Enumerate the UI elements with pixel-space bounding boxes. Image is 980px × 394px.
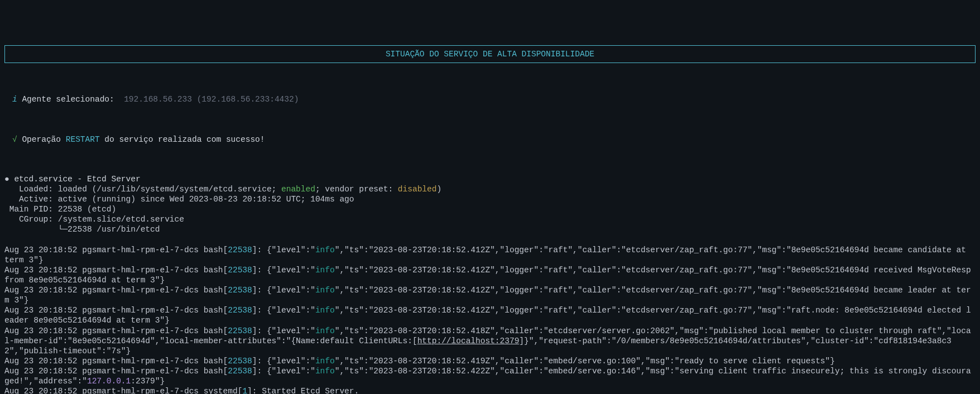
pid-value: 22538 (etcd) xyxy=(58,205,116,214)
log-level: info xyxy=(315,246,335,254)
log-pid: 1 xyxy=(242,387,247,394)
log-addr: 127.0.0.1 xyxy=(87,377,131,386)
log-level: info xyxy=(315,357,335,366)
log-prefix: Aug 23 20:18:52 pgsmart-hml-rpm-el-7-dcs… xyxy=(4,306,228,315)
log-prefix: Aug 23 20:18:52 pgsmart-hml-rpm-el-7-dcs… xyxy=(4,266,228,275)
active-value: active (running) since Wed 2023-08-23 20… xyxy=(58,195,354,204)
log-mid: ]: {"level":" xyxy=(252,326,315,335)
agent-label: Agente selecionado: xyxy=(22,95,114,104)
log-mid: ]: {"level":" xyxy=(252,286,315,295)
agent-value: 192.168.56.233 (192.168.56.233:4432) xyxy=(124,95,299,104)
log-prefix: Aug 23 20:18:52 pgsmart-hml-rpm-el-7-dcs… xyxy=(4,387,242,394)
log-level: info xyxy=(315,286,335,295)
agent-line: i Agente selecionado: 192.168.56.233 (19… xyxy=(12,93,976,105)
log-plain: Started Etcd Server. xyxy=(262,387,359,394)
bullet-icon: ● xyxy=(4,175,9,184)
log-prefix: Aug 23 20:18:52 pgsmart-hml-rpm-el-7-dcs… xyxy=(4,286,228,295)
log-mid: ]: {"level":" xyxy=(252,266,315,275)
log-mid: ]: {"level":" xyxy=(252,246,315,254)
loaded-label: Loaded: xyxy=(4,185,58,194)
log-pid: 22538 xyxy=(228,306,252,315)
loaded-end: ) xyxy=(436,185,441,194)
cgroup-tree: └─22538 /usr/bin/etcd xyxy=(4,225,160,234)
log-level: info xyxy=(315,266,335,275)
log-level: info xyxy=(315,326,335,335)
log-pid: 22538 xyxy=(228,357,252,366)
disabled-text: disabled xyxy=(398,185,437,194)
cgroup-value: /system.slice/etcd.service xyxy=(58,215,184,224)
active-label: Active: xyxy=(4,195,58,204)
op-prefix: Operação xyxy=(22,135,65,144)
title-banner: SITUAÇÃO DO SERVIÇO DE ALTA DISPONIBILID… xyxy=(4,45,976,63)
log-rest: ","ts":"2023-08-23T20:18:52.419Z","calle… xyxy=(335,357,835,366)
cgroup-label: CGroup: xyxy=(4,215,58,224)
log-mid: ]: {"level":" xyxy=(252,306,315,315)
loaded-value: loaded (/usr/lib/systemd/system/etcd.ser… xyxy=(58,185,281,194)
log-prefix: Aug 23 20:18:52 pgsmart-hml-rpm-el-7-dcs… xyxy=(4,357,228,366)
log-level: info xyxy=(315,306,335,315)
pid-label: Main PID: xyxy=(4,205,58,214)
title-text: SITUAÇÃO DO SERVIÇO DE ALTA DISPONIBILID… xyxy=(386,50,594,59)
log-pid: 22538 xyxy=(228,266,252,275)
log-pid: 22538 xyxy=(228,246,252,254)
log-prefix: Aug 23 20:18:52 pgsmart-hml-rpm-el-7-dcs… xyxy=(4,367,228,376)
info-icon: i xyxy=(12,95,17,104)
log-prefix: Aug 23 20:18:52 pgsmart-hml-rpm-el-7-dcs… xyxy=(4,246,228,254)
log-rest-b: :2379"} xyxy=(131,377,165,386)
log-prefix: Aug 23 20:18:52 pgsmart-hml-rpm-el-7-dcs… xyxy=(4,326,228,335)
log-block: Aug 23 20:18:52 pgsmart-hml-rpm-el-7-dcs… xyxy=(4,245,976,395)
enabled-text: enabled xyxy=(281,185,315,194)
log-pid: 22538 xyxy=(228,286,252,295)
log-level: info xyxy=(315,367,335,376)
op-name: RESTART xyxy=(66,135,100,144)
check-icon: √ xyxy=(12,135,17,144)
service-name: etcd.service - Etcd Server xyxy=(14,175,140,184)
log-mid: ]: {"level":" xyxy=(252,357,315,366)
log-pid: 22538 xyxy=(228,367,252,376)
operation-line: √ Operação RESTART do serviço realizada … xyxy=(12,133,976,146)
service-status-block: ● etcd.service - Etcd Server Loaded: loa… xyxy=(4,174,976,235)
log-mid: ]: xyxy=(247,387,262,394)
log-mid: ]: {"level":" xyxy=(252,367,315,376)
op-suffix: do serviço realizada com sucesso! xyxy=(100,135,265,144)
loaded-mid: ; vendor preset: xyxy=(315,185,398,194)
log-pid: 22538 xyxy=(228,326,252,335)
log-url: http://localhost:2379 xyxy=(417,337,520,345)
